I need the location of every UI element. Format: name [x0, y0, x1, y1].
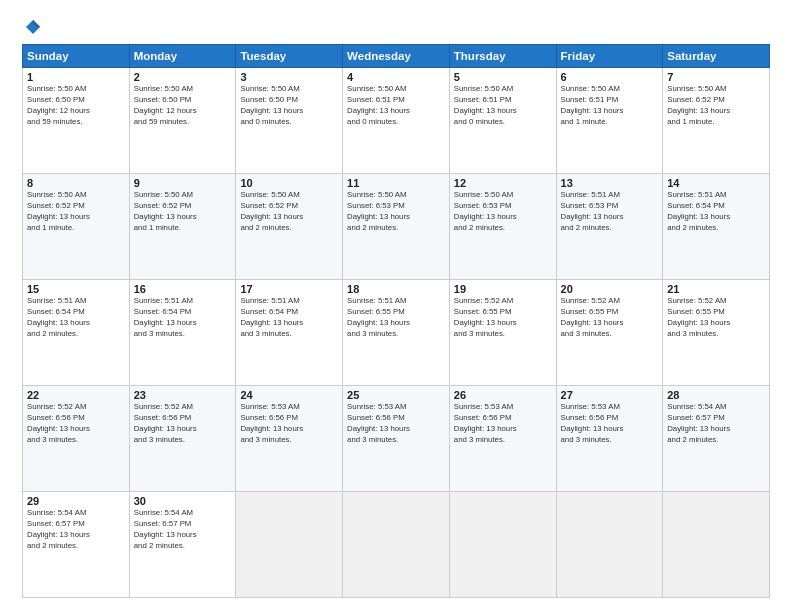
- day-number: 21: [667, 283, 765, 295]
- calendar-day-cell: 16Sunrise: 5:51 AM Sunset: 6:54 PM Dayli…: [129, 280, 236, 386]
- calendar-day-cell: 3Sunrise: 5:50 AM Sunset: 6:50 PM Daylig…: [236, 68, 343, 174]
- weekday-header-row: SundayMondayTuesdayWednesdayThursdayFrid…: [23, 45, 770, 68]
- day-info: Sunrise: 5:52 AM Sunset: 6:55 PM Dayligh…: [561, 296, 659, 340]
- day-number: 27: [561, 389, 659, 401]
- day-number: 8: [27, 177, 125, 189]
- weekday-header-cell: Sunday: [23, 45, 130, 68]
- day-number: 22: [27, 389, 125, 401]
- calendar-day-cell: 20Sunrise: 5:52 AM Sunset: 6:55 PM Dayli…: [556, 280, 663, 386]
- logo-icon: [24, 18, 42, 36]
- day-info: Sunrise: 5:51 AM Sunset: 6:54 PM Dayligh…: [27, 296, 125, 340]
- day-number: 13: [561, 177, 659, 189]
- day-number: 5: [454, 71, 552, 83]
- calendar-table: SundayMondayTuesdayWednesdayThursdayFrid…: [22, 44, 770, 598]
- day-number: 7: [667, 71, 765, 83]
- day-number: 6: [561, 71, 659, 83]
- calendar-week-row: 22Sunrise: 5:52 AM Sunset: 6:56 PM Dayli…: [23, 386, 770, 492]
- calendar-week-row: 15Sunrise: 5:51 AM Sunset: 6:54 PM Dayli…: [23, 280, 770, 386]
- day-info: Sunrise: 5:51 AM Sunset: 6:54 PM Dayligh…: [240, 296, 338, 340]
- logo: [22, 18, 42, 34]
- day-number: 3: [240, 71, 338, 83]
- day-info: Sunrise: 5:54 AM Sunset: 6:57 PM Dayligh…: [667, 402, 765, 446]
- day-info: Sunrise: 5:52 AM Sunset: 6:56 PM Dayligh…: [134, 402, 232, 446]
- day-number: 12: [454, 177, 552, 189]
- day-info: Sunrise: 5:53 AM Sunset: 6:56 PM Dayligh…: [240, 402, 338, 446]
- calendar-day-cell: 19Sunrise: 5:52 AM Sunset: 6:55 PM Dayli…: [449, 280, 556, 386]
- calendar-day-cell: 25Sunrise: 5:53 AM Sunset: 6:56 PM Dayli…: [343, 386, 450, 492]
- day-number: 2: [134, 71, 232, 83]
- weekday-header-cell: Thursday: [449, 45, 556, 68]
- calendar-day-cell: 22Sunrise: 5:52 AM Sunset: 6:56 PM Dayli…: [23, 386, 130, 492]
- weekday-header-cell: Friday: [556, 45, 663, 68]
- day-number: 18: [347, 283, 445, 295]
- calendar-day-cell: 30Sunrise: 5:54 AM Sunset: 6:57 PM Dayli…: [129, 492, 236, 598]
- day-number: 24: [240, 389, 338, 401]
- calendar-body: 1Sunrise: 5:50 AM Sunset: 6:50 PM Daylig…: [23, 68, 770, 598]
- day-info: Sunrise: 5:54 AM Sunset: 6:57 PM Dayligh…: [27, 508, 125, 552]
- day-info: Sunrise: 5:52 AM Sunset: 6:56 PM Dayligh…: [27, 402, 125, 446]
- day-number: 17: [240, 283, 338, 295]
- calendar-day-cell: [236, 492, 343, 598]
- calendar-day-cell: [556, 492, 663, 598]
- day-number: 25: [347, 389, 445, 401]
- calendar-day-cell: 23Sunrise: 5:52 AM Sunset: 6:56 PM Dayli…: [129, 386, 236, 492]
- calendar-week-row: 1Sunrise: 5:50 AM Sunset: 6:50 PM Daylig…: [23, 68, 770, 174]
- day-info: Sunrise: 5:51 AM Sunset: 6:55 PM Dayligh…: [347, 296, 445, 340]
- calendar-day-cell: 7Sunrise: 5:50 AM Sunset: 6:52 PM Daylig…: [663, 68, 770, 174]
- calendar-day-cell: 29Sunrise: 5:54 AM Sunset: 6:57 PM Dayli…: [23, 492, 130, 598]
- calendar-day-cell: 28Sunrise: 5:54 AM Sunset: 6:57 PM Dayli…: [663, 386, 770, 492]
- calendar-day-cell: 10Sunrise: 5:50 AM Sunset: 6:52 PM Dayli…: [236, 174, 343, 280]
- calendar-day-cell: [343, 492, 450, 598]
- day-info: Sunrise: 5:51 AM Sunset: 6:54 PM Dayligh…: [667, 190, 765, 234]
- day-number: 29: [27, 495, 125, 507]
- day-number: 11: [347, 177, 445, 189]
- day-number: 10: [240, 177, 338, 189]
- weekday-header-cell: Wednesday: [343, 45, 450, 68]
- calendar-day-cell: 12Sunrise: 5:50 AM Sunset: 6:53 PM Dayli…: [449, 174, 556, 280]
- weekday-header-cell: Saturday: [663, 45, 770, 68]
- calendar-day-cell: 9Sunrise: 5:50 AM Sunset: 6:52 PM Daylig…: [129, 174, 236, 280]
- day-info: Sunrise: 5:50 AM Sunset: 6:50 PM Dayligh…: [27, 84, 125, 128]
- day-info: Sunrise: 5:50 AM Sunset: 6:51 PM Dayligh…: [347, 84, 445, 128]
- day-info: Sunrise: 5:53 AM Sunset: 6:56 PM Dayligh…: [347, 402, 445, 446]
- calendar-day-cell: 13Sunrise: 5:51 AM Sunset: 6:53 PM Dayli…: [556, 174, 663, 280]
- day-number: 23: [134, 389, 232, 401]
- day-info: Sunrise: 5:51 AM Sunset: 6:54 PM Dayligh…: [134, 296, 232, 340]
- day-number: 15: [27, 283, 125, 295]
- day-info: Sunrise: 5:50 AM Sunset: 6:52 PM Dayligh…: [27, 190, 125, 234]
- calendar-day-cell: [663, 492, 770, 598]
- day-number: 1: [27, 71, 125, 83]
- day-info: Sunrise: 5:54 AM Sunset: 6:57 PM Dayligh…: [134, 508, 232, 552]
- day-info: Sunrise: 5:50 AM Sunset: 6:52 PM Dayligh…: [134, 190, 232, 234]
- calendar-day-cell: 11Sunrise: 5:50 AM Sunset: 6:53 PM Dayli…: [343, 174, 450, 280]
- calendar-day-cell: 1Sunrise: 5:50 AM Sunset: 6:50 PM Daylig…: [23, 68, 130, 174]
- calendar-day-cell: 8Sunrise: 5:50 AM Sunset: 6:52 PM Daylig…: [23, 174, 130, 280]
- calendar-day-cell: 27Sunrise: 5:53 AM Sunset: 6:56 PM Dayli…: [556, 386, 663, 492]
- day-number: 26: [454, 389, 552, 401]
- day-info: Sunrise: 5:53 AM Sunset: 6:56 PM Dayligh…: [561, 402, 659, 446]
- day-info: Sunrise: 5:50 AM Sunset: 6:50 PM Dayligh…: [240, 84, 338, 128]
- calendar-day-cell: 24Sunrise: 5:53 AM Sunset: 6:56 PM Dayli…: [236, 386, 343, 492]
- day-info: Sunrise: 5:50 AM Sunset: 6:51 PM Dayligh…: [561, 84, 659, 128]
- day-info: Sunrise: 5:51 AM Sunset: 6:53 PM Dayligh…: [561, 190, 659, 234]
- day-info: Sunrise: 5:50 AM Sunset: 6:52 PM Dayligh…: [240, 190, 338, 234]
- weekday-header-cell: Monday: [129, 45, 236, 68]
- day-number: 20: [561, 283, 659, 295]
- day-number: 28: [667, 389, 765, 401]
- day-info: Sunrise: 5:50 AM Sunset: 6:50 PM Dayligh…: [134, 84, 232, 128]
- calendar-day-cell: 26Sunrise: 5:53 AM Sunset: 6:56 PM Dayli…: [449, 386, 556, 492]
- calendar-day-cell: 4Sunrise: 5:50 AM Sunset: 6:51 PM Daylig…: [343, 68, 450, 174]
- day-info: Sunrise: 5:50 AM Sunset: 6:53 PM Dayligh…: [454, 190, 552, 234]
- calendar-day-cell: 15Sunrise: 5:51 AM Sunset: 6:54 PM Dayli…: [23, 280, 130, 386]
- day-number: 14: [667, 177, 765, 189]
- day-number: 19: [454, 283, 552, 295]
- calendar-week-row: 29Sunrise: 5:54 AM Sunset: 6:57 PM Dayli…: [23, 492, 770, 598]
- calendar-day-cell: 6Sunrise: 5:50 AM Sunset: 6:51 PM Daylig…: [556, 68, 663, 174]
- day-info: Sunrise: 5:50 AM Sunset: 6:52 PM Dayligh…: [667, 84, 765, 128]
- calendar-day-cell: 2Sunrise: 5:50 AM Sunset: 6:50 PM Daylig…: [129, 68, 236, 174]
- day-info: Sunrise: 5:50 AM Sunset: 6:53 PM Dayligh…: [347, 190, 445, 234]
- weekday-header-cell: Tuesday: [236, 45, 343, 68]
- calendar-day-cell: 21Sunrise: 5:52 AM Sunset: 6:55 PM Dayli…: [663, 280, 770, 386]
- day-number: 9: [134, 177, 232, 189]
- calendar-week-row: 8Sunrise: 5:50 AM Sunset: 6:52 PM Daylig…: [23, 174, 770, 280]
